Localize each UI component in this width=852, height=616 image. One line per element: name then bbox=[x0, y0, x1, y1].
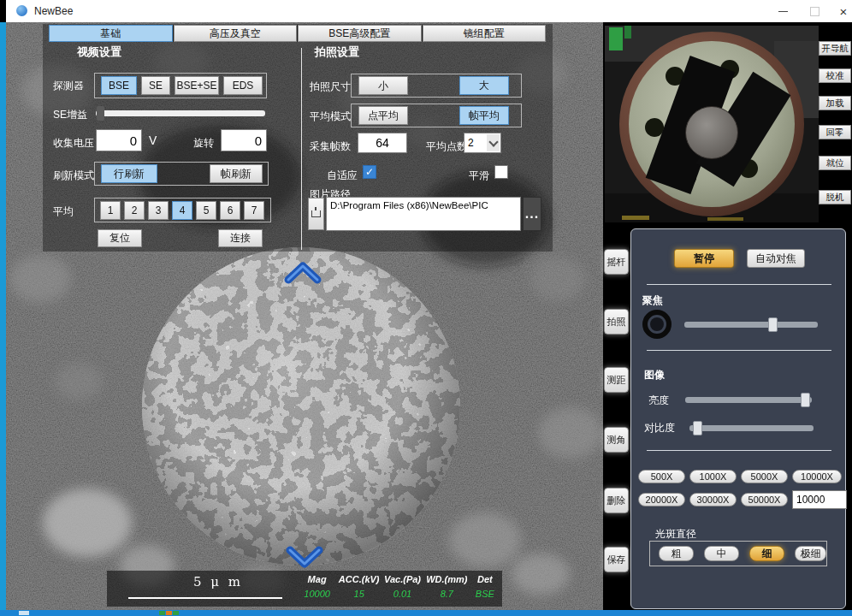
average-label: 平均 bbox=[53, 204, 74, 219]
window-title: NewBee bbox=[34, 5, 73, 17]
wd-label: WD.(mm) bbox=[424, 574, 470, 584]
contrast-slider-thumb[interactable] bbox=[693, 421, 702, 435]
mag-10000x-button[interactable]: 10000X bbox=[792, 470, 842, 483]
minimize-button[interactable] bbox=[770, 0, 796, 22]
det-value: BSE bbox=[470, 589, 500, 599]
in-position-button[interactable]: 就位 bbox=[819, 156, 851, 170]
mag-1000x-button[interactable]: 1000X bbox=[689, 470, 737, 483]
load-button[interactable]: 加载 bbox=[819, 96, 851, 110]
refresh-frame-button[interactable]: 帧刷新 bbox=[210, 164, 263, 183]
pause-button[interactable]: 暂停 bbox=[674, 249, 734, 268]
spot-fine-button[interactable]: 细 bbox=[749, 546, 784, 561]
smooth-label: 平滑 bbox=[469, 169, 489, 183]
close-button[interactable]: × bbox=[831, 0, 852, 22]
video-settings-title: 视频设置 bbox=[77, 44, 121, 60]
acc-label: ACC.(kV) bbox=[337, 574, 381, 584]
desktop-edge-strip bbox=[0, 22, 6, 610]
brightness-label: 亮度 bbox=[648, 394, 669, 408]
mag-input[interactable]: 10000 bbox=[792, 490, 847, 509]
tab-lens-config[interactable]: 镜组配置 bbox=[423, 25, 547, 42]
maximize-icon bbox=[810, 7, 819, 16]
detector-eds-button[interactable]: EDS bbox=[223, 76, 263, 95]
spot-medium-button[interactable]: 中 bbox=[704, 546, 739, 561]
adaptive-checkbox[interactable]: ✓ bbox=[363, 165, 376, 179]
refresh-mode-group: 行刷新 帧刷新 bbox=[94, 162, 269, 186]
tab-basic[interactable]: 基础 bbox=[49, 25, 173, 42]
maximize-button[interactable] bbox=[802, 0, 827, 22]
collect-voltage-label: 收集电压 bbox=[53, 136, 94, 151]
measure-distance-button[interactable]: 测距 bbox=[604, 367, 629, 393]
rotate-label: 旋转 bbox=[193, 136, 214, 151]
app-window: NewBee × bbox=[0, 0, 852, 616]
return-zero-button[interactable]: 回零 bbox=[819, 125, 851, 139]
size-small-button[interactable]: 小 bbox=[358, 76, 408, 95]
mag-5000x-button[interactable]: 5000X bbox=[741, 470, 788, 483]
clamp-icon bbox=[311, 210, 321, 217]
capture-button[interactable]: 拍照 bbox=[604, 309, 629, 335]
tab-hv-vacuum[interactable]: 高压及真空 bbox=[174, 25, 298, 42]
title-bar: NewBee × bbox=[6, 0, 852, 22]
sem-info-columns: Mag 10000 ACC.(kV) 15 Vac.(Pa) 0.01 WD.(… bbox=[297, 574, 500, 599]
average-1-button[interactable]: 1 bbox=[100, 201, 121, 220]
mag-20000x-button[interactable]: 20000X bbox=[638, 493, 685, 506]
average-7-button[interactable]: 7 bbox=[244, 201, 264, 220]
avg-points-value: 2 bbox=[468, 137, 474, 149]
contrast-slider[interactable] bbox=[689, 425, 814, 431]
image-path-value: D:\Program Files (x86)\NewBee\PIC bbox=[330, 200, 488, 210]
size-large-button[interactable]: 大 bbox=[459, 76, 509, 95]
measure-angle-button[interactable]: 测角 bbox=[604, 427, 629, 453]
detector-bse-button[interactable]: BSE bbox=[101, 76, 137, 95]
detector-se-button[interactable]: SE bbox=[141, 76, 170, 95]
detector-bse-se-button[interactable]: BSE+SE bbox=[175, 76, 219, 95]
image-path-box[interactable]: D:\Program Files (x86)\NewBee\PIC bbox=[326, 197, 521, 231]
avg-points-label: 平均点数 bbox=[426, 139, 467, 154]
control-panel: 暂停 自动对焦 聚焦 图像 亮度 对比度 500X 1000X 5000X 10… bbox=[630, 228, 846, 609]
scale-text: 5 μ m bbox=[158, 574, 278, 589]
rotate-input[interactable]: 0 bbox=[221, 129, 267, 151]
open-navigation-button[interactable]: 开导航 bbox=[819, 41, 851, 56]
spot-diameter-label: 光斑直径 bbox=[655, 527, 696, 542]
reset-button[interactable]: 复位 bbox=[98, 229, 142, 247]
smooth-checkbox[interactable] bbox=[494, 165, 508, 179]
mag-50000x-button[interactable]: 50000X bbox=[741, 493, 788, 506]
focus-slider-thumb[interactable] bbox=[768, 317, 778, 332]
detector-label: 探测器 bbox=[53, 79, 84, 93]
autofocus-button[interactable]: 自动对焦 bbox=[747, 249, 805, 268]
average-5-button[interactable]: 5 bbox=[196, 201, 216, 220]
brightness-slider[interactable] bbox=[685, 397, 812, 403]
refresh-line-button[interactable]: 行刷新 bbox=[101, 164, 157, 183]
focus-knob[interactable] bbox=[642, 310, 672, 339]
magnification-row-1: 500X 1000X 5000X 10000X bbox=[638, 470, 842, 483]
mag-500x-button[interactable]: 500X bbox=[638, 470, 685, 483]
average-3-button[interactable]: 3 bbox=[148, 201, 169, 220]
offline-button[interactable]: 脱机 bbox=[819, 190, 851, 204]
average-2-button[interactable]: 2 bbox=[124, 201, 145, 220]
point-average-button[interactable]: 点平均 bbox=[358, 106, 408, 125]
tab-bar: 基础 高压及真空 BSE高级配置 镜组配置 bbox=[49, 25, 546, 42]
voltage-unit-label: V bbox=[149, 133, 157, 147]
calibrate-button[interactable]: 校准 bbox=[819, 68, 851, 83]
tab-bse-advanced[interactable]: BSE高级配置 bbox=[298, 25, 422, 42]
average-4-button[interactable]: 4 bbox=[172, 201, 192, 220]
se-gain-slider-thumb[interactable] bbox=[97, 106, 104, 121]
average-6-button[interactable]: 6 bbox=[220, 201, 240, 220]
avg-points-select[interactable]: 2 bbox=[464, 133, 501, 153]
spot-extra-fine-button[interactable]: 极细 bbox=[795, 546, 826, 561]
frames-input[interactable]: 64 bbox=[358, 133, 407, 153]
se-gain-slider[interactable] bbox=[96, 110, 265, 116]
joystick-button[interactable]: 摇杆 bbox=[604, 249, 629, 275]
mag-30000x-button[interactable]: 30000X bbox=[689, 493, 737, 506]
focus-slider[interactable] bbox=[684, 322, 818, 328]
connect-button[interactable]: 连接 bbox=[218, 229, 263, 247]
browse-button[interactable]: ... bbox=[523, 197, 541, 231]
frame-average-button[interactable]: 帧平均 bbox=[459, 106, 509, 125]
dropdown-arrow-button[interactable] bbox=[487, 134, 500, 151]
delete-button[interactable]: 删除 bbox=[604, 488, 629, 513]
settings-divider bbox=[301, 48, 302, 250]
path-tool-button[interactable] bbox=[308, 198, 324, 230]
collect-voltage-input[interactable]: 0 bbox=[96, 129, 142, 151]
spot-coarse-button[interactable]: 粗 bbox=[659, 546, 694, 561]
brightness-slider-thumb[interactable] bbox=[801, 393, 810, 407]
save-button[interactable]: 保存 bbox=[604, 547, 629, 572]
mag-value: 10000 bbox=[297, 589, 337, 599]
